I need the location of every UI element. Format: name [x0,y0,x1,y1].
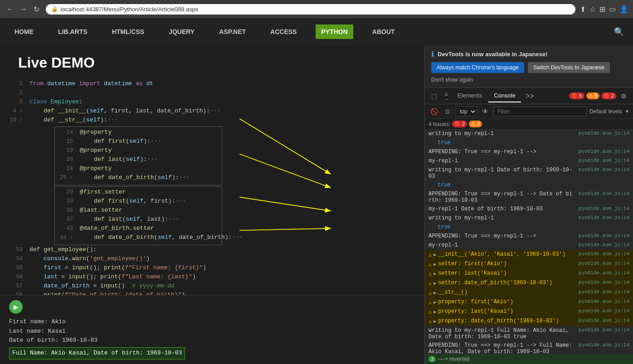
console-filter-bar: 🚫 ⊙ top 👁 Default levels ▼ [425,104,633,119]
navbar: HOME LIB.ARTS HTML/CSS JQUERY ASP.NET AC… [0,18,633,45]
filter-input[interactable] [493,107,587,116]
expand-icon[interactable]: ▶ [433,300,436,305]
console-source: pyodide.asm.js:14 [579,289,629,295]
default-levels-label[interactable]: Default levels [589,108,622,115]
console-source: pyodide.asm.js:14 [579,270,629,276]
console-text: __init__('Akio', 'Kasai', '1969-10-03') [438,251,575,257]
output-line-1: First name: Akio [9,317,415,327]
expand-icon[interactable]: ▶ [433,309,436,315]
nav-aspnet[interactable]: ASP.NET [214,24,251,39]
console-text: property: first('Akio') [438,299,575,305]
issues-badge-red: 🔴 2 [452,121,467,127]
lock-icon: 🔒 [51,6,58,12]
list-item: ⚠ ▶ __str__() pyodide.asm.js:14 [425,288,633,298]
code-line-30: 30 def first(self, first):··· [59,198,217,207]
code-line-1: 1 from datetime import datetime as dt [9,80,415,89]
console-text: my-repl-1 [428,158,575,164]
code-line-43: 43 @date_of_birth.setter [59,225,217,234]
dont-show-link[interactable]: Don't show again [431,77,627,83]
expand-icon[interactable]: ▶ [433,271,436,277]
code-line-14: 14 @property [59,129,217,138]
info-icon: ℹ [431,50,434,58]
browser-chrome: ← → ↻ 🔒 localhost:44387/Menu/Python/Arti… [0,0,633,18]
switch-language-button[interactable]: Switch DevTools to Japanese [528,62,610,73]
star-icon[interactable]: ☆ [589,5,596,14]
ext-icon[interactable]: ⊞ [599,5,605,14]
console-text: writing to my-repl-1 Full Name: Akio Kas… [428,327,575,340]
code-line-3: 3 class Employee: [9,98,415,107]
expand-icon[interactable]: ▶ [433,262,436,267]
console-source: pyodide.asm.js:14 [579,215,629,220]
warning-icon: ⚠ [428,290,432,296]
console-text: true [438,140,629,146]
match-language-button[interactable]: Always match Chrome's language [431,62,524,73]
inspect-icon[interactable]: ⬚ [428,91,439,102]
expand-icon[interactable]: ▶ [433,281,436,286]
expand-icon[interactable]: ▶ [433,252,436,257]
expand-icon[interactable]: ▶ [433,319,436,324]
issues-label: 4 Issues: [428,121,450,127]
notice-text: DevTools is now available in Japanese! [438,51,548,58]
console-source: pyodide.asm.js:14 [579,191,629,196]
console-text: my-repl-1 Date of birth: 1969-10-03 [428,206,575,212]
tab-console[interactable]: Console [488,89,521,102]
eye-icon[interactable]: 👁 [480,106,491,117]
console-output[interactable]: writing to my-repl-1 pyodide.asm.js:14 t… [425,130,633,354]
output-line-3: Date of birth: 1969-10-03 [9,336,415,345]
console-text: APPENDING: True ==> my-repl-1 --> [428,149,575,155]
profile-icon[interactable]: 👤 [619,5,628,14]
nav-access[interactable]: ACCESS [265,24,302,39]
device-icon[interactable]: 📱 [440,91,451,102]
reverted-bar: 3 ----> reverted [425,354,633,364]
nav-home[interactable]: HOME [9,24,39,39]
nav-htmlcss[interactable]: HTML/CSS [107,24,150,39]
code-line-4: 4 › def __init__(self, first, last, date… [9,107,415,116]
reverted-badge: 3 [428,356,436,362]
context-selector[interactable]: top [456,107,477,116]
console-text: true [438,182,629,188]
code-line-29: 29 @first.setter [59,189,217,198]
nav-jquery[interactable]: JQUERY [163,24,200,39]
list-item: ⚠ ▶ property: last('Kasai') pyodide.asm.… [425,307,633,317]
list-item: true [425,181,633,190]
address-bar[interactable]: 🔒 localhost:44387/Menu/Python/Article/Ar… [46,4,575,15]
tab-elements[interactable]: Elements [452,89,487,102]
console-source: pyodide.asm.js:14 [579,308,629,314]
devtools-notice: ℹ DevTools is now available in Japanese!… [425,45,633,88]
sidebar-icon[interactable]: ▭ [609,5,616,14]
code-area: 1 from datetime import datetime as dt 2 … [0,76,424,295]
nav-libarts[interactable]: LIB.ARTS [53,24,93,39]
forward-button[interactable]: → [18,3,29,15]
settings-icon[interactable]: ⚙ [618,90,629,102]
back-button[interactable]: ← [5,3,15,15]
list-item: APPENDING: True ==> my-repl-1 --> pyodid… [425,232,633,241]
search-icon[interactable]: 🔍 [614,27,624,37]
nav-about[interactable]: ABOUT [367,24,400,39]
chevron-down-icon[interactable]: ▼ [625,109,629,114]
console-source: pyodide.asm.js:14 [579,280,629,285]
list-item: writing to my-repl-1 pyodide.asm.js:14 [425,130,633,139]
list-item: true [425,139,633,148]
console-text: writing to my-repl-1 [428,215,575,221]
code-container: 1 from datetime import datetime as dt 2 … [9,80,415,295]
list-item: writing to my-repl-1 Full Name: Akio Kas… [425,326,633,341]
refresh-button[interactable]: ↻ [32,3,41,15]
output-text: First name: Akio Last name: Kasai Date o… [9,317,415,359]
clear-icon[interactable]: 🚫 [428,106,439,117]
badge-warnings: ⚠ 9 [586,92,599,99]
expand-icon[interactable]: ▶ [433,290,436,296]
more-tabs-icon[interactable]: >> [522,89,538,103]
console-source: pyodide.asm.js:14 [579,149,629,154]
console-text: setter: last('Kasai') [438,270,575,277]
share-icon[interactable]: ⬆ [580,5,586,14]
nav-python[interactable]: PYTHON [316,24,353,39]
run-button[interactable]: ▶ [9,300,23,314]
list-item: ⚠ ▶ setter: last('Kasai') pyodide.asm.js… [425,269,633,279]
console-text: __str__() [438,289,575,296]
code-line-36: 36 @last.setter [59,207,217,216]
preserve-icon[interactable]: ⊙ [442,106,453,117]
console-text: setter: date_of_birth('1969-10-03') [438,280,575,286]
list-item: true [425,223,633,232]
console-text: my-repl-1 [428,242,575,248]
list-item: ⚠ ▶ property: first('Akio') pyodide.asm.… [425,298,633,307]
